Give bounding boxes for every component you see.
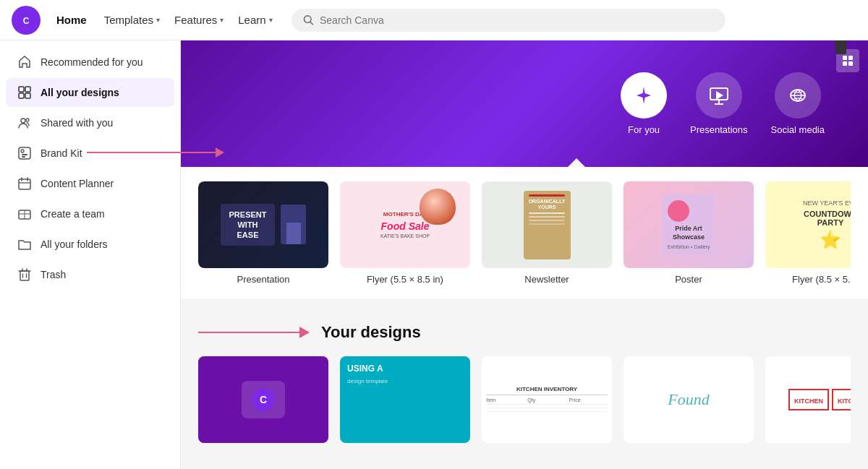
sidebar-wrapper: Recommended for you All your designs — [0, 40, 181, 469]
template-label: Flyer (8.5 × 5.5 in) — [765, 274, 851, 285]
folder-icon — [17, 237, 32, 251]
your-designs-title: Your designs — [321, 323, 421, 342]
template-card-flyer[interactable]: MOTHER'S DAY Food Sale KATIE'S BAKE SHOP… — [340, 181, 470, 285]
calendar-icon — [17, 176, 32, 191]
design-card[interactable]: USING A design template — [340, 356, 470, 443]
svg-rect-27 — [843, 56, 847, 60]
svg-rect-7 — [25, 93, 30, 98]
header: C Home Templates ▾ Features ▾ Learn ▾ — [0, 0, 868, 40]
sidebar-item-recommended[interactable]: Recommended for you — [6, 48, 174, 77]
template-label: Poster — [624, 274, 754, 285]
sidebar-item-trash[interactable]: Trash — [6, 260, 174, 289]
templates-row: PRESENTWITHEASE Presentation — [198, 181, 851, 285]
template-label: Flyer (5.5 × 8.5 in) — [340, 274, 470, 285]
svg-rect-21 — [20, 271, 29, 280]
grid-icon — [17, 85, 32, 100]
social-media-icon — [775, 72, 821, 119]
for-you-label: For you — [628, 124, 660, 135]
home-icon — [17, 55, 32, 69]
trash-icon — [17, 267, 32, 282]
svg-rect-28 — [848, 56, 853, 60]
sidebar-item-content-planner[interactable]: Content Planner — [6, 169, 174, 198]
chevron-down-icon: ▾ — [156, 16, 160, 24]
hero-category-presentations[interactable]: Presentations — [690, 72, 748, 135]
svg-rect-13 — [22, 156, 25, 158]
hero-category-for-you[interactable]: For you — [621, 72, 667, 135]
sidebar-item-label: Brand Kit — [41, 147, 82, 159]
design-card[interactable]: KITCHEN KITCHEN — [765, 356, 851, 443]
for-you-icon — [621, 72, 667, 119]
team-icon — [17, 207, 32, 221]
annotation-arrow-your-designs — [198, 327, 310, 338]
sidebar-item-label: Trash — [41, 269, 66, 280]
hero-category-social-media[interactable]: Social media — [771, 72, 825, 135]
svg-rect-6 — [19, 93, 24, 98]
chevron-down-icon: ▾ — [220, 16, 224, 24]
svg-rect-30 — [848, 61, 853, 66]
hero-section: For you Presentations — [181, 40, 868, 167]
svg-point-9 — [26, 119, 29, 121]
sidebar-item-all-designs[interactable]: All your designs — [6, 78, 174, 107]
brand-icon — [17, 146, 32, 160]
svg-point-8 — [21, 119, 25, 123]
sidebar-item-label: All your designs — [41, 87, 119, 98]
your-designs-section: Your designs C USING A — [181, 300, 868, 455]
section-header: Your designs — [198, 323, 851, 342]
svg-rect-4 — [19, 87, 24, 92]
search-icon — [303, 14, 314, 26]
social-media-label: Social media — [771, 124, 825, 135]
template-card-newsletter[interactable]: ORGANICALLYYOURS Newsletter — [482, 181, 612, 285]
nav-home[interactable]: Home — [49, 9, 94, 30]
design-card[interactable]: Found — [624, 356, 754, 443]
svg-marker-34 — [716, 91, 723, 100]
sidebar-item-all-folders[interactable]: All your folders — [6, 230, 174, 259]
presentations-label: Presentations — [690, 124, 748, 135]
main-layout: Recommended for you All your designs — [0, 40, 868, 469]
svg-rect-29 — [843, 61, 847, 66]
chevron-down-icon: ▾ — [269, 16, 273, 24]
templates-section: PRESENTWITHEASE Presentation — [181, 167, 868, 300]
svg-line-3 — [310, 22, 312, 24]
svg-point-11 — [21, 150, 24, 152]
search-input[interactable] — [320, 14, 714, 26]
designs-row: C USING A design template KITCHEN IN — [198, 356, 851, 443]
template-card-poster[interactable]: Pride ArtShowcase Exhibition • Gallery P… — [624, 181, 754, 285]
search-bar[interactable] — [292, 9, 726, 32]
sidebar-item-create-team[interactable]: Create a team — [6, 199, 174, 228]
sidebar-item-label: Recommended for you — [41, 56, 143, 68]
template-card-flyer2[interactable]: NEW YEAR'S EVE COUNTDOWNPARTY ⭐ Flyer (8… — [765, 181, 851, 285]
main-content: For you Presentations — [181, 40, 868, 469]
sidebar-item-label: Shared with you — [41, 117, 113, 129]
nav-learn[interactable]: Learn ▾ — [231, 9, 279, 30]
nav-templates[interactable]: Templates ▾ — [97, 9, 167, 30]
sidebar-item-label: Create a team — [41, 208, 105, 220]
nav-features[interactable]: Features ▾ — [167, 9, 231, 30]
svg-rect-5 — [25, 87, 30, 92]
sidebar-item-brand-kit[interactable]: Brand Kit — [6, 139, 174, 168]
sidebar-item-label: All your folders — [41, 238, 108, 250]
template-label: Presentation — [198, 274, 328, 285]
template-label: Newsletter — [482, 274, 612, 285]
template-card-presentation[interactable]: PRESENTWITHEASE Presentation — [198, 181, 328, 285]
sidebar-item-label: Content Planner — [41, 178, 114, 189]
svg-rect-14 — [19, 179, 30, 189]
svg-rect-12 — [22, 154, 27, 155]
sidebar-item-shared[interactable]: Shared with you — [6, 108, 174, 137]
design-card[interactable]: KITCHEN INVENTORY Item Qty Price — [482, 356, 612, 443]
hero-categories: For you Presentations — [621, 72, 825, 135]
hero-indicator — [568, 158, 585, 167]
design-card[interactable]: C — [198, 356, 328, 443]
users-icon — [17, 116, 32, 130]
canva-logo[interactable]: C — [12, 6, 41, 35]
svg-text:C: C — [23, 15, 30, 25]
sidebar: Recommended for you All your designs — [0, 40, 181, 469]
presentations-icon — [696, 72, 742, 119]
